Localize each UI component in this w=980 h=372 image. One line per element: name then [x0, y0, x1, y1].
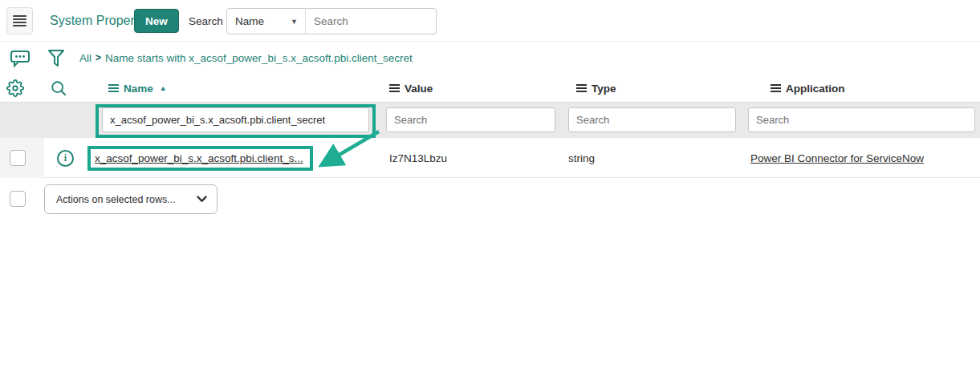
- application-link[interactable]: Power BI Connector for ServiceNow: [750, 152, 924, 164]
- cell-name: x_acsof_power_bi_s.x_acsoft.pbi.client_s…: [95, 138, 303, 178]
- filter-input-value[interactable]: [386, 107, 555, 132]
- filter-funnel-icon[interactable]: [47, 48, 66, 69]
- list-search-input[interactable]: [305, 8, 437, 34]
- sort-ascending-icon: ▲: [160, 84, 167, 92]
- column-menu-icon: [576, 84, 587, 92]
- list-title-bar: System Properties New Search Name ▼: [0, 0, 980, 42]
- column-menu-icon: [389, 84, 400, 92]
- breadcrumb-filter-link[interactable]: Name starts with x_acsof_power_bi_s.x_ac…: [105, 52, 413, 64]
- system-properties-list-page: System Properties New Search Name ▼ All: [0, 0, 980, 372]
- filter-input-application[interactable]: [748, 107, 975, 132]
- breadcrumb-row: All > Name starts with x_acsof_power_bi_…: [0, 42, 980, 74]
- list-context-menu-icon[interactable]: [6, 7, 33, 34]
- cell-type: string: [568, 138, 595, 178]
- list-footer: Actions on selected rows...: [0, 178, 980, 228]
- actions-dropdown[interactable]: Actions on selected rows...: [44, 184, 218, 214]
- search-field-dropdown[interactable]: Name ▼: [226, 8, 306, 34]
- column-header-row: Name ▲ Value Type Application: [0, 74, 980, 103]
- filter-input-name[interactable]: [102, 107, 369, 132]
- column-menu-icon: [108, 84, 119, 92]
- column-menu-icon: [771, 84, 781, 92]
- filter-input-type[interactable]: [568, 107, 736, 132]
- cell-application: Power BI Connector for ServiceNow: [750, 138, 924, 178]
- select-all-checkbox[interactable]: [10, 191, 26, 207]
- chevron-down-icon: [197, 196, 207, 203]
- breadcrumb: All > Name starts with x_acsof_power_bi_…: [79, 42, 413, 74]
- search-label: Search: [189, 0, 223, 42]
- column-header-value[interactable]: Value: [389, 74, 433, 103]
- column-filter-row: [0, 103, 980, 138]
- breadcrumb-all-link[interactable]: All: [79, 52, 91, 64]
- column-header-application[interactable]: Application: [771, 74, 845, 103]
- column-header-name[interactable]: Name ▲: [108, 74, 167, 103]
- search-field-selected-value: Name: [235, 15, 264, 27]
- gear-icon[interactable]: [6, 79, 24, 97]
- column-header-type[interactable]: Type: [576, 74, 616, 103]
- table-row: i x_acsof_power_bi_s.x_acsoft.pbi.client…: [0, 138, 980, 178]
- cell-value: Iz7N13Lbzu: [389, 138, 447, 178]
- actions-dropdown-label: Actions on selected rows...: [56, 194, 176, 205]
- breadcrumb-separator: >: [96, 52, 101, 63]
- search-icon[interactable]: [50, 79, 67, 97]
- row-checkbox[interactable]: [10, 150, 26, 166]
- comments-icon[interactable]: [10, 49, 30, 68]
- dropdown-caret-icon: ▼: [291, 18, 298, 26]
- new-button[interactable]: New: [134, 9, 179, 33]
- record-name-link[interactable]: x_acsof_power_bi_s.x_acsoft.pbi.client_s…: [95, 152, 303, 164]
- record-preview-icon[interactable]: i: [57, 150, 74, 167]
